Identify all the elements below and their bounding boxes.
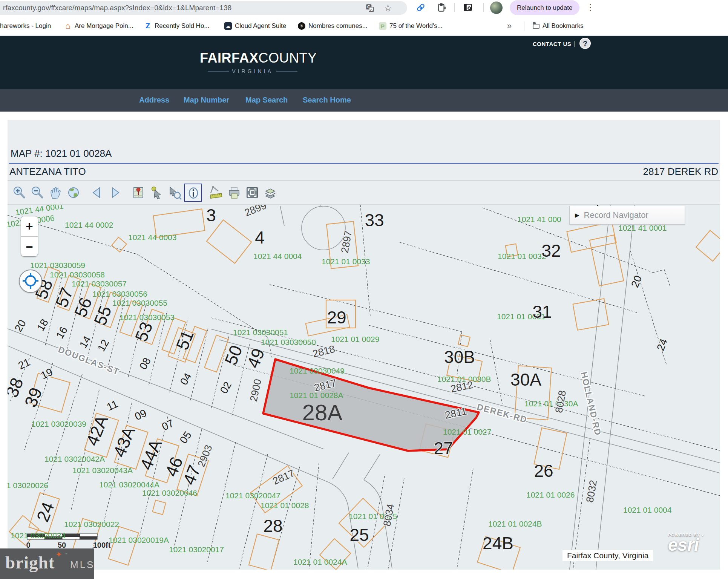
map-label: 4	[255, 228, 265, 247]
map-label: 30B	[444, 347, 475, 367]
map-label: 1021 01 0029	[331, 335, 379, 343]
contact-divider: |	[574, 40, 575, 47]
map-label: 1021 03030053	[120, 313, 175, 322]
map-label: 1021 44 0004	[253, 252, 302, 260]
zoom-out-tool-icon[interactable]	[29, 184, 47, 202]
map-attribution: Fairfax County, Virginia	[562, 550, 653, 561]
record-navigator-panel[interactable]: ▶ Record Navigator	[569, 206, 685, 225]
map-subnav: Address Map Number Map Search Search Hom…	[0, 89, 728, 112]
map-label: 1021 03020047	[225, 491, 280, 500]
fairfax-county-logo[interactable]: FAIRFAXCOUNTY VIRGINIA	[200, 50, 305, 74]
bookmark-recently-sold[interactable]: Z Recently Sold Ho...	[144, 20, 210, 32]
p-favicon: P	[379, 22, 386, 30]
pan-tool-icon[interactable]	[47, 184, 65, 202]
map-label: 1021 01 0027	[443, 427, 491, 436]
map-label: 1021 01 0024A	[293, 558, 347, 566]
full-screen-icon[interactable]	[244, 184, 262, 202]
forward-arrow-icon[interactable]	[106, 184, 124, 202]
search-tabs-icon[interactable]	[463, 3, 473, 12]
subnav-map-number[interactable]: Map Number	[181, 95, 231, 105]
page-root: rfaxcounty.gov/ffxcare/maps/map.aspx?sIn…	[0, 0, 728, 579]
map-label: 26	[534, 461, 553, 481]
bookmark-shareworks[interactable]: hareworks - Login	[0, 20, 51, 32]
record-panel: MAP #: 1021 01 0028A ANTEZANA TITO 2817 …	[8, 120, 720, 569]
select-pointer-icon[interactable]	[148, 184, 166, 202]
locate-button[interactable]	[19, 270, 42, 293]
map-label: 1021 03020022	[64, 520, 119, 528]
bookmark-nombres[interactable]: ✳ Nombres comunes...	[298, 20, 368, 32]
map-label: 33	[365, 210, 384, 230]
overview-map-icon[interactable]	[130, 184, 148, 202]
contact-us-link[interactable]: CONTACT US	[533, 41, 571, 47]
map-label: 1021 03020026	[8, 481, 48, 490]
map-label: 31	[532, 302, 552, 322]
map-label: 32	[541, 241, 561, 260]
print-icon[interactable]	[225, 184, 244, 202]
map-label: 1021 01 0004	[623, 505, 672, 514]
divider	[524, 21, 524, 31]
divider	[483, 3, 484, 12]
all-bookmarks-button[interactable]: All Bookmarks	[533, 20, 584, 32]
profile-avatar[interactable]	[490, 2, 503, 14]
subnav-map-search[interactable]: Map Search	[243, 95, 290, 105]
map-zoom-control: + −	[21, 216, 38, 257]
map-label: 1021 41 000	[517, 215, 561, 224]
map-label: 1021 03030055	[112, 299, 167, 307]
map-label: 1021 01 0024B	[488, 519, 542, 528]
subnav-address[interactable]: Address	[137, 95, 172, 105]
map-label: 1021 03030058	[50, 270, 105, 279]
map-zoom-in-button[interactable]: +	[21, 216, 38, 237]
bookmark-mortgage[interactable]: ⌂ Are Mortgage Poin...	[64, 20, 133, 32]
map-label: 1021 01 0030A	[524, 399, 578, 408]
expander-icon[interactable]: ▶	[575, 212, 579, 219]
parcel-map-canvas[interactable]: 1021 44 00011021 44 00061021 44 00021021…	[8, 205, 720, 570]
zillow-favicon: Z	[144, 22, 152, 30]
zoom-in-tool-icon[interactable]	[11, 184, 29, 202]
bookmark-75-worlds[interactable]: P 75 of the World's...	[379, 20, 443, 32]
bookmark-cloud-agent[interactable]: ☁ Cloud Agent Suite	[224, 20, 286, 32]
info-tool-icon[interactable]	[184, 184, 202, 202]
relaunch-button[interactable]: Relaunch to update	[510, 0, 579, 15]
identify-pointer-icon[interactable]	[166, 184, 184, 202]
link-icon[interactable]	[416, 3, 426, 12]
map-label: 30A	[510, 370, 541, 389]
bookmarks-bar: hareworks - Login ⌂ Are Mortgage Poin...…	[0, 17, 728, 35]
property-address: 2817 DEREK RD	[643, 166, 718, 178]
browser-menu-icon[interactable]: ⋮	[584, 2, 597, 13]
address-bar[interactable]: rfaxcounty.gov/ffxcare/maps/map.aspx?sIn…	[0, 1, 407, 15]
map-label: 1021 03030050	[261, 338, 316, 346]
map-label: 1021 03020034	[11, 531, 66, 540]
owner-name: ANTEZANA TITO	[9, 166, 86, 178]
extensions-icon[interactable]	[437, 3, 446, 12]
subnav-search-home[interactable]: Search Home	[300, 95, 353, 105]
svg-text:A: A	[370, 8, 372, 12]
measure-tool-icon[interactable]	[207, 184, 225, 202]
back-arrow-icon[interactable]	[88, 184, 106, 202]
bookmark-star-icon[interactable]: ☆	[383, 3, 393, 13]
bright-mls-logo: bright ✦ ™ MLS	[0, 548, 94, 579]
map-label: 29	[327, 308, 346, 327]
map-label: 0	[26, 541, 30, 549]
url-text[interactable]: rfaxcounty.gov/ffxcare/maps/map.aspx?sIn…	[3, 4, 354, 12]
map-label: 1021 01 0028	[261, 501, 309, 510]
map-label: 1021 03030049	[290, 366, 345, 375]
map-toolbar	[11, 182, 280, 203]
map-label: 1021 44 0003	[128, 233, 176, 242]
map-label: 50	[58, 541, 66, 549]
map-label: 1021 01 0032	[498, 252, 546, 260]
map-label: 1021 03020043A	[72, 466, 133, 475]
layers-icon[interactable]	[262, 184, 280, 202]
map-label: 1021 03030056	[92, 290, 147, 298]
map-label: 1021 03020046	[142, 489, 197, 497]
translate-icon[interactable]: GA	[365, 3, 375, 13]
map-label: 1021 44 0002	[65, 221, 113, 229]
folder-icon	[533, 24, 539, 29]
help-icon[interactable]: ?	[579, 38, 591, 49]
map-label: 25	[349, 525, 369, 545]
map-zoom-out-button[interactable]: −	[21, 237, 38, 257]
blue-underline	[9, 163, 719, 164]
bookmarks-overflow-chevron[interactable]: »	[507, 20, 512, 32]
full-extent-globe-icon[interactable]	[65, 184, 83, 202]
map-label: 1021 01 0033	[322, 257, 370, 266]
divider	[8, 180, 720, 181]
